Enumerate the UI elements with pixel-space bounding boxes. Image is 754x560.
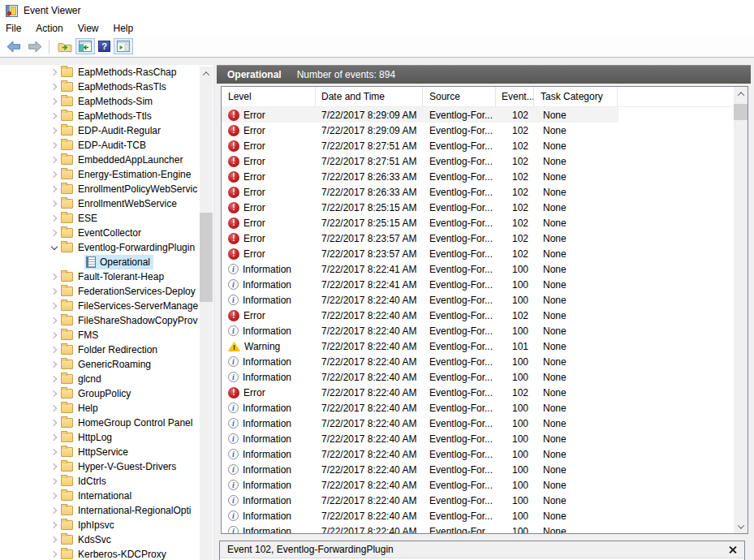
expand-chevron-icon[interactable]	[50, 552, 59, 557]
tree-item[interactable]: Kerberos-KDCProxy	[0, 547, 199, 560]
tree-item[interactable]: Operational	[0, 255, 199, 269]
tree-item[interactable]: GenericRoaming	[0, 357, 199, 372]
back-button[interactable]	[3, 37, 24, 56]
action-pane-toggle-button[interactable]	[114, 38, 133, 54]
list-scroll-up-button[interactable]	[734, 87, 748, 101]
tree-item[interactable]: EmbeddedAppLauncher	[0, 153, 199, 167]
event-row[interactable]: Information 7/22/2017 8:22:40 AM Eventlo…	[222, 431, 618, 446]
tree-item[interactable]: Folder Redirection	[0, 342, 199, 357]
expand-chevron-icon[interactable]	[50, 230, 59, 235]
column-header[interactable]: Level	[222, 87, 316, 106]
tree-item[interactable]: HttpService	[0, 445, 199, 459]
event-row[interactable]: Information 7/22/2017 8:22:40 AM Eventlo…	[222, 292, 618, 308]
expand-chevron-icon[interactable]	[50, 450, 59, 454]
tree-item[interactable]: Energy-Estimation-Engine	[0, 167, 199, 182]
tree-item[interactable]: EDP-Audit-TCB	[0, 138, 199, 153]
tree-item[interactable]: EapMethods-RasChap	[0, 65, 199, 80]
event-row[interactable]: Information 7/22/2017 8:22:40 AM Eventlo…	[222, 354, 618, 369]
tree-item[interactable]: Eventlog-ForwardingPlugin	[0, 240, 199, 255]
column-header[interactable]: Date and Time	[316, 87, 423, 106]
tree-item[interactable]: ESE	[0, 211, 199, 226]
menu-item[interactable]: Help	[106, 22, 141, 36]
expand-chevron-icon[interactable]	[50, 246, 59, 249]
event-row[interactable]: Information 7/22/2017 8:22:40 AM Eventlo…	[222, 523, 618, 534]
tree-item[interactable]: GroupPolicy	[0, 386, 199, 401]
tree-item[interactable]: FileServices-ServerManage	[0, 299, 199, 313]
expand-chevron-icon[interactable]	[50, 464, 59, 469]
tree-item[interactable]: Help	[0, 401, 199, 416]
event-row[interactable]: Error 7/22/2017 8:25:15 AM Eventlog-For.…	[222, 200, 618, 215]
expand-chevron-icon[interactable]	[50, 479, 59, 484]
tree-item[interactable]: Fault-Tolerant-Heap	[0, 269, 199, 284]
expand-chevron-icon[interactable]	[50, 318, 59, 323]
column-header[interactable]: Event...	[496, 87, 534, 106]
event-list-scrollbar[interactable]	[734, 87, 748, 533]
expand-chevron-icon[interactable]	[50, 508, 59, 513]
expand-chevron-icon[interactable]	[50, 99, 59, 104]
tree-item[interactable]: EventCollector	[0, 226, 199, 240]
tree-scroll-thumb[interactable]	[200, 213, 213, 302]
expand-chevron-icon[interactable]	[50, 187, 59, 192]
event-row[interactable]: Information 7/22/2017 8:22:41 AM Eventlo…	[222, 261, 618, 277]
tree-scrollbar[interactable]	[200, 67, 213, 560]
tree-item[interactable]: EDP-Audit-Regular	[0, 123, 199, 138]
tree-item[interactable]: International-RegionalOpti	[0, 503, 199, 518]
expand-chevron-icon[interactable]	[50, 201, 59, 206]
tree-item[interactable]: EapMethods-Sim	[0, 94, 199, 109]
expand-chevron-icon[interactable]	[50, 172, 59, 177]
expand-chevron-icon[interactable]	[50, 128, 59, 133]
tree-item[interactable]: HomeGroup Control Panel	[0, 416, 199, 430]
console-tree-toggle-button[interactable]	[75, 38, 95, 54]
event-row[interactable]: Error 7/22/2017 8:23:57 AM Eventlog-For.…	[222, 246, 618, 261]
tree-item[interactable]: EapMethods-Ttls	[0, 109, 199, 123]
event-row[interactable]: Error 7/22/2017 8:29:09 AM Eventlog-For.…	[222, 123, 618, 138]
expand-chevron-icon[interactable]	[50, 157, 59, 162]
list-scroll-thumb[interactable]	[734, 104, 748, 120]
tree-item[interactable]: EnrollmentPolicyWebServic	[0, 182, 199, 196]
event-row[interactable]: Information 7/22/2017 8:22:40 AM Eventlo…	[222, 416, 618, 431]
expand-chevron-icon[interactable]	[50, 362, 59, 367]
close-icon[interactable]	[728, 545, 737, 554]
expand-chevron-icon[interactable]	[50, 289, 59, 294]
expand-chevron-icon[interactable]	[50, 333, 59, 338]
event-row[interactable]: Information 7/22/2017 8:22:40 AM Eventlo…	[222, 477, 618, 493]
help-button[interactable]	[95, 37, 114, 55]
expand-chevron-icon[interactable]	[50, 143, 59, 148]
event-row[interactable]: Information 7/22/2017 8:22:40 AM Eventlo…	[222, 508, 618, 523]
tree-item[interactable]: FMS	[0, 328, 199, 342]
event-row[interactable]: Error 7/22/2017 8:29:09 AM Eventlog-For.…	[222, 107, 618, 123]
tree-item[interactable]: glcnd	[0, 372, 199, 386]
tree-item[interactable]: IphIpsvc	[0, 518, 199, 532]
expand-chevron-icon[interactable]	[50, 377, 59, 381]
expand-chevron-icon[interactable]	[50, 304, 59, 308]
tree-item[interactable]: KdsSvc	[0, 532, 199, 547]
column-header[interactable]: Task Category	[534, 87, 618, 106]
event-row[interactable]: Information 7/22/2017 8:22:40 AM Eventlo…	[222, 462, 618, 477]
event-row[interactable]: Error 7/22/2017 8:22:40 AM Eventlog-For.…	[222, 308, 618, 323]
expand-chevron-icon[interactable]	[50, 114, 59, 118]
tree-item[interactable]: Hyper-V-Guest-Drivers	[0, 459, 199, 474]
expand-chevron-icon[interactable]	[50, 84, 59, 89]
event-row[interactable]: Error 7/22/2017 8:26:33 AM Eventlog-For.…	[222, 169, 618, 184]
event-row[interactable]: Information 7/22/2017 8:22:40 AM Eventlo…	[222, 323, 618, 338]
menu-item[interactable]: View	[71, 22, 106, 36]
event-row[interactable]: Error 7/22/2017 8:27:51 AM Eventlog-For.…	[222, 153, 618, 169]
event-row[interactable]: Information 7/22/2017 8:22:41 AM Eventlo…	[222, 277, 618, 292]
expand-chevron-icon[interactable]	[50, 347, 59, 352]
event-row[interactable]: Information 7/22/2017 8:22:40 AM Eventlo…	[222, 369, 618, 385]
expand-chevron-icon[interactable]	[50, 420, 59, 425]
menu-item[interactable]: Action	[28, 22, 70, 36]
expand-chevron-icon[interactable]	[50, 391, 59, 396]
tree-item[interactable]: EnrollmentWebService	[0, 196, 199, 211]
forward-button[interactable]	[24, 37, 45, 56]
tree-scroll-up-button[interactable]	[200, 67, 213, 80]
event-row[interactable]: Error 7/22/2017 8:23:57 AM Eventlog-For.…	[222, 230, 618, 246]
event-row[interactable]: Information 7/22/2017 8:22:40 AM Eventlo…	[222, 400, 618, 416]
event-row[interactable]: Information 7/22/2017 8:22:40 AM Eventlo…	[222, 446, 618, 462]
event-row[interactable]: Information 7/22/2017 8:22:40 AM Eventlo…	[222, 493, 618, 508]
event-row[interactable]: Error 7/22/2017 8:25:15 AM Eventlog-For.…	[222, 215, 618, 230]
expand-chevron-icon[interactable]	[50, 493, 59, 498]
tree-item[interactable]: IdCtrls	[0, 474, 199, 489]
event-row[interactable]: Error 7/22/2017 8:22:40 AM Eventlog-For.…	[222, 385, 618, 400]
tree-item[interactable]: International	[0, 489, 199, 503]
